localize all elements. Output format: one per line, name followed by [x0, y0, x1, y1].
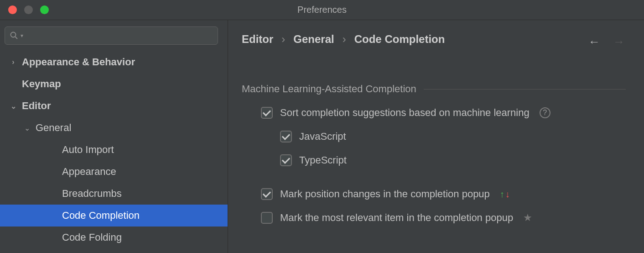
option-label: Sort completion suggestions based on mac…	[280, 107, 530, 119]
tree-spacer	[49, 146, 57, 154]
close-window-button[interactable]	[8, 5, 17, 14]
sidebar-item-code-completion[interactable]: Code Completion	[0, 205, 228, 227]
svg-line-1	[16, 37, 18, 39]
breadcrumb: Editor › General › Code Completion	[242, 33, 626, 46]
dropdown-caret-icon[interactable]: ▾	[21, 32, 23, 39]
option-mark-position[interactable]: Mark position changes in the completion …	[242, 188, 626, 200]
sidebar-item-label: Editor	[22, 100, 51, 112]
option-label: Mark position changes in the completion …	[280, 188, 490, 200]
option-sort-ml[interactable]: Sort completion suggestions based on mac…	[242, 107, 626, 119]
option-javascript[interactable]: JavaScript	[242, 131, 626, 142]
section-header: Machine Learning-Assisted Completion	[242, 83, 626, 95]
sidebar-item-label: General	[36, 122, 71, 134]
traffic-lights	[0, 5, 49, 14]
breadcrumb-item[interactable]: Editor	[242, 33, 273, 46]
search-input[interactable]	[25, 31, 213, 41]
help-icon[interactable]: ?	[540, 107, 551, 118]
tree-spacer	[49, 168, 57, 176]
star-icon: ★	[523, 212, 532, 224]
sidebar-item-code-folding[interactable]: Code Folding	[0, 227, 228, 248]
rank-arrows-icon: ↑↓	[500, 189, 510, 200]
checkbox[interactable]	[280, 154, 292, 166]
search-icon	[10, 31, 19, 40]
forward-button: →	[613, 35, 625, 49]
sidebar-item-editor[interactable]: ⌄Editor	[0, 95, 228, 117]
breadcrumb-item[interactable]: Code Completion	[354, 33, 445, 46]
option-label: Mark the most relevant item in the compl…	[280, 212, 513, 224]
sidebar-item-label: Keymap	[22, 78, 61, 90]
breadcrumb-item[interactable]: General	[293, 33, 334, 46]
sidebar-item-label: Appearance	[62, 166, 116, 178]
sidebar: ▾ ›Appearance & Behavior Keymap⌄Editor⌄G…	[0, 20, 228, 253]
sidebar-item-label: Code Folding	[62, 232, 122, 243]
back-button[interactable]: ←	[588, 35, 600, 49]
sidebar-item-general[interactable]: ⌄General	[0, 117, 228, 139]
section-title: Machine Learning-Assisted Completion	[242, 83, 416, 95]
option-typescript[interactable]: TypeScript	[242, 154, 626, 166]
sidebar-item-label: Breadcrumbs	[62, 188, 122, 200]
checkbox[interactable]	[261, 212, 273, 224]
chevron-down-icon[interactable]: ⌄	[9, 102, 17, 111]
sidebar-item-label: Auto Import	[62, 144, 114, 156]
sidebar-item-appearance-behavior[interactable]: ›Appearance & Behavior	[0, 51, 228, 73]
tree-spacer	[49, 190, 57, 198]
sidebar-item-appearance[interactable]: Appearance	[0, 161, 228, 183]
tree-spacer	[49, 211, 57, 220]
checkbox[interactable]	[261, 188, 273, 200]
tree-spacer	[9, 80, 17, 88]
settings-tree: ›Appearance & Behavior Keymap⌄Editor⌄Gen…	[0, 51, 228, 253]
option-mark-relevant[interactable]: Mark the most relevant item in the compl…	[242, 212, 626, 224]
minimize-window-button[interactable]	[24, 5, 33, 14]
option-label: JavaScript	[299, 131, 346, 142]
svg-point-0	[11, 32, 16, 37]
chevron-down-icon[interactable]: ⌄	[23, 124, 31, 132]
checkbox[interactable]	[280, 131, 292, 142]
sidebar-item-keymap[interactable]: Keymap	[0, 73, 228, 95]
sidebar-item-label: Appearance & Behavior	[22, 56, 135, 68]
sidebar-item-label: Code Completion	[62, 210, 140, 221]
divider	[424, 89, 626, 90]
titlebar: Preferences	[0, 0, 644, 20]
chevron-right-icon: ›	[281, 33, 285, 46]
chevron-right-icon[interactable]: ›	[9, 58, 17, 66]
sidebar-item-auto-import[interactable]: Auto Import	[0, 139, 228, 161]
window-title: Preferences	[297, 5, 347, 15]
chevron-right-icon: ›	[343, 33, 346, 46]
option-label: TypeScript	[299, 154, 347, 166]
maximize-window-button[interactable]	[40, 5, 49, 14]
content-pane: Editor › General › Code Completion ← → M…	[228, 20, 644, 253]
tree-spacer	[49, 233, 57, 242]
search-box[interactable]: ▾	[5, 26, 218, 45]
sidebar-item-breadcrumbs[interactable]: Breadcrumbs	[0, 183, 228, 205]
checkbox[interactable]	[261, 107, 273, 119]
